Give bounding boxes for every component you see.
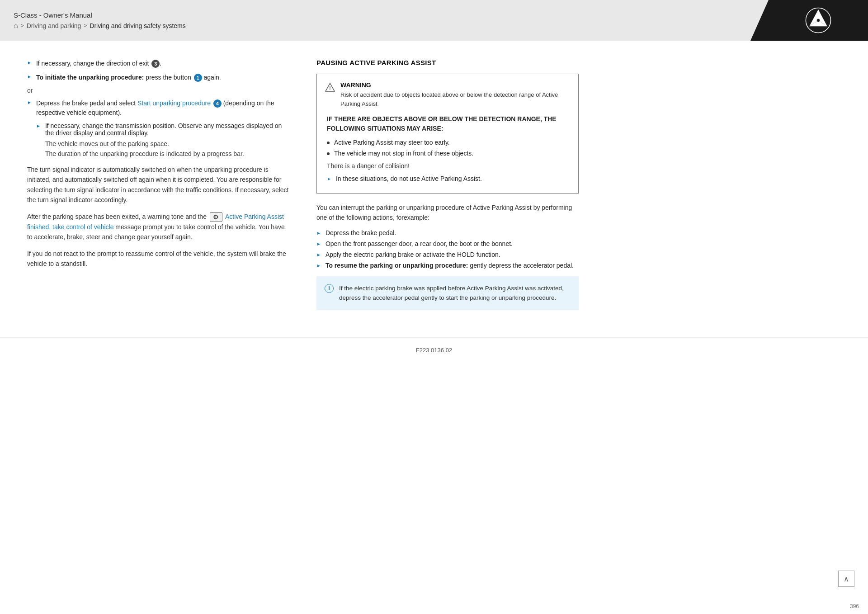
info-icon: i [325,284,334,293]
warning-bullet-text: In these situations, do not use Active P… [336,175,482,182]
right-bullet-1: ► Depress the brake pedal. [316,229,579,236]
dot-item-2: The vehicle may not stop in front of the… [327,150,570,157]
right-bullet-arrow-1: ► [316,231,321,236]
dot-icon-2 [327,152,330,155]
svg-text:!: ! [329,86,330,91]
right-bullet-text-2: Open the front passenger door, a rear do… [326,240,513,247]
left-column: ► If necessary, change the direction of … [27,59,289,310]
scroll-up-icon: ∧ [844,575,849,583]
right-para-1: You can interrupt the parking or unparki… [316,203,579,223]
badge-3: 3 [151,60,160,68]
bullet-item-2: ► To initiate the unparking procedure: p… [27,73,289,82]
bullet-arrow-2: ► [27,74,32,79]
right-bullet-2: ► Open the front passenger door, a rear … [316,240,579,247]
badge-1: 1 [194,74,202,82]
right-bullet-text-1: Depress the brake pedal. [326,229,396,236]
right-bullet-3: ► Apply the electric parking brake or ac… [316,251,579,258]
page-number: 396 [850,603,859,609]
or-divider: or [27,87,289,94]
sub-bullet-text-1: If necessary, change the transmission po… [45,122,289,137]
danger-text: There is a danger of collision! [327,162,570,170]
bullet-text-3: Depress the brake pedal and select Start… [36,99,289,118]
sub-bullet-1: ► If necessary, change the transmission … [36,122,289,137]
right-bullet-text-3: Apply the electric parking brake or acti… [326,251,500,258]
breadcrumb-item-2[interactable]: Driving and driving safety systems [90,22,185,29]
mercedes-logo [805,7,832,34]
breadcrumb-sep-2: > [84,23,87,29]
bullet-arrow-3: ► [27,100,32,105]
warning-box: ! WARNING Risk of accident due to object… [316,74,579,194]
warning-icon-inline [210,212,222,222]
warning-bold-text: IF THERE ARE OBJECTS ABOVE OR BELOW THE … [327,114,570,133]
breadcrumb-item-1[interactable]: Driving and parking [27,22,81,29]
logo-area [769,0,868,41]
page-footer: F223 0136 02 396 [0,337,868,363]
home-icon[interactable]: ⌂ [14,22,18,30]
warning-desc: Risk of accident due to objects located … [340,90,570,108]
warning-text-block: WARNING Risk of accident due to objects … [340,81,570,108]
info-text: If the electric parking brake was applie… [339,283,571,303]
warning-triangle-icon: ! [325,82,335,94]
indent-text-2: The duration of the unparking procedure … [45,150,289,157]
right-bullets-list: ► Depress the brake pedal. ► Open the fr… [316,229,579,269]
dot-icon-1 [327,142,330,144]
right-bullet-arrow-2: ► [316,241,321,246]
sub-bullet-arrow-1: ► [36,123,41,128]
left-para-3: If you do not react to the prompt to rea… [27,249,289,269]
bullet-arrow-1: ► [27,60,32,65]
right-bullet-4: ► To resume the parking or unparking pro… [316,262,579,269]
svg-point-1 [816,19,820,22]
right-bullet-arrow-4: ► [316,263,321,268]
footer-code: F223 0136 02 [416,347,452,354]
left-para-1: The turn signal indicator is automatical… [27,165,289,205]
warning-label: WARNING [340,81,570,89]
start-unparking-link[interactable]: Start unparking procedure [137,99,211,107]
bullet-text-2: To initiate the unparking procedure: pre… [36,73,221,82]
document-title: S-Class - Owner's Manual [14,11,755,19]
scroll-up-button[interactable]: ∧ [838,571,854,587]
dot-text-1: Active Parking Assist may steer too earl… [334,139,450,146]
left-para-2: After the parking space has been exited,… [27,212,289,242]
warning-bullet-arrow: ► [327,176,331,181]
section-title: PAUSING ACTIVE PARKING ASSIST [316,59,579,66]
right-bullet-arrow-3: ► [316,252,321,257]
dot-item-1: Active Parking Assist may steer too earl… [327,139,570,146]
info-box: i If the electric parking brake was appl… [316,276,579,310]
breadcrumb: ⌂ > Driving and parking > Driving and dr… [14,22,755,30]
main-content: ► If necessary, change the direction of … [0,41,868,328]
header-content: S-Class - Owner's Manual ⌂ > Driving and… [0,0,769,41]
bullet-item-1: ► If necessary, change the direction of … [27,59,289,68]
indent-text-1: The vehicle moves out of the parking spa… [45,140,289,147]
badge-4: 4 [213,99,222,108]
page-header: S-Class - Owner's Manual ⌂ > Driving and… [0,0,868,41]
right-column: PAUSING ACTIVE PARKING ASSIST ! WARNING … [316,59,579,310]
warning-bullet: ► In these situations, do not use Active… [327,175,570,182]
right-bullet-text-4: To resume the parking or unparking proce… [326,262,574,269]
bullet-item-3: ► Depress the brake pedal and select Sta… [27,99,289,118]
breadcrumb-sep-1: > [21,23,24,29]
dot-text-2: The vehicle may not stop in front of the… [334,150,473,157]
warning-body: IF THERE ARE OBJECTS ABOVE OR BELOW THE … [325,114,570,182]
warning-header: ! WARNING Risk of accident due to object… [325,81,570,108]
bullet-text-1: If necessary, change the direction of ex… [36,59,161,68]
